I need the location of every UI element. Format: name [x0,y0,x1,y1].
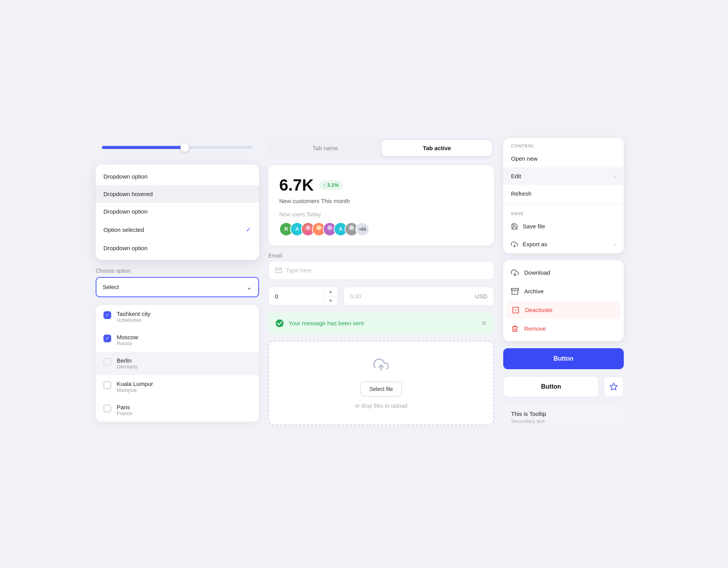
action-menu: Download Archive Deactivate [503,260,624,341]
select-group: Choose option Select ⌄ [96,268,259,297]
download-item[interactable]: Download [503,263,624,282]
edit-item[interactable]: Edit › [503,167,624,185]
stats-sub-label: New users Today [279,211,483,217]
refresh-item[interactable]: Refresh [503,185,624,202]
control-section-label: CONTROL [503,138,624,150]
checklist-item-moscow[interactable]: ✓ Moscow Russia [96,328,259,352]
email-placeholder: Type here [286,267,312,273]
chevron-down-icon: ⌄ [246,283,252,291]
checklist-item-berlin[interactable]: Berlin Germany [96,352,259,375]
secondary-button-row: Button [503,376,624,397]
dropdown-panel: Dropdown option Dropdown hovered Dropdow… [96,165,259,260]
svg-point-2 [317,225,321,230]
open-new-item[interactable]: Open new [503,150,624,167]
increment-button[interactable]: ▲ [324,287,338,296]
tabs-row: Tab name Tab active [268,138,494,158]
select-label: Choose option [96,268,259,274]
email-icon [275,267,282,274]
svg-marker-17 [610,383,617,389]
select-placeholder: Select [103,284,119,290]
column-1: Dropdown option Dropdown hovered Dropdow… [96,138,259,430]
slider-thumb[interactable] [180,143,189,152]
avatars-row: R A A +65 [279,222,483,236]
trash-icon [511,325,519,333]
deactivate-icon [512,306,520,314]
success-message: Your message has been sent [289,320,364,326]
remove-item[interactable]: Remove [503,319,624,338]
number-row: 0 ▲ ▼ 0.00 USD [268,287,494,306]
checkbox-tashkent[interactable]: ✓ [103,311,111,319]
star-icon [609,382,618,391]
stats-value: 6.7K [279,176,314,195]
dropdown-item-selected[interactable]: Option selected ✓ [96,220,259,239]
svg-point-7 [347,231,356,236]
svg-point-9 [276,319,284,327]
country-moscow: Russia [117,340,138,346]
star-button[interactable] [604,377,624,397]
deactivate-item[interactable]: Deactivate [506,302,621,319]
avatar-more: +65 [355,222,369,236]
success-left: Your message has been sent [275,319,364,328]
city-berlin: Berlin [117,357,137,364]
country-paris: France [117,410,132,416]
decrement-button[interactable]: ▼ [324,296,338,305]
tooltip-title: This is Tooltip [511,410,616,417]
currency-placeholder: 0.00 [350,293,361,300]
edit-chevron-icon: › [614,173,616,179]
success-banner: Your message has been sent ✕ [268,313,494,334]
checkbox-berlin[interactable] [103,358,111,366]
checkbox-moscow[interactable]: ✓ [103,335,111,342]
city-paris: Paris [117,404,132,410]
stats-card: 6.7K ↑ 3.1% New customers This month New… [268,165,494,245]
select-box[interactable]: Select ⌄ [96,277,259,297]
save-section-label: SAVE [503,206,624,217]
slider-track[interactable] [102,146,253,149]
number-value: 0 [269,288,324,305]
archive-item[interactable]: Archive [503,282,624,301]
email-input[interactable]: Type here [268,261,494,280]
svg-point-6 [349,225,354,230]
slider-fill [102,146,185,149]
dropdown-item-hovered[interactable]: Dropdown hovered [96,185,259,203]
column-3: CONTROL Open new Edit › Refresh SAVE [503,138,624,430]
export-as-item[interactable]: Export as › [503,235,624,253]
email-label: Email [268,252,494,259]
export-chevron-icon: › [614,241,616,247]
checklist-item-tashkent[interactable]: ✓ Tashkent city Uzbekistan [96,305,259,328]
dropdown-item-1[interactable]: Dropdown option [96,168,259,185]
checklist-item-paris[interactable]: Paris France [96,398,259,422]
stats-top: 6.7K ↑ 3.1% [279,176,483,195]
svg-point-4 [327,225,332,230]
select-file-button[interactable]: Select file [360,382,402,396]
save-file-item[interactable]: Save file [503,217,624,235]
dropdown-item-3[interactable]: Dropdown option [96,203,259,220]
main-container: Dropdown option Dropdown hovered Dropdow… [96,138,632,430]
column-2: Tab name Tab active 6.7K ↑ 3.1% New cust… [268,138,494,430]
tab-name[interactable]: Tab name [270,140,380,156]
number-arrows: ▲ ▼ [324,287,338,305]
tooltip-box: This is Tooltip Secondary text [503,404,624,430]
success-icon [275,319,284,328]
currency-box[interactable]: 0.00 USD [343,287,494,306]
context-menu: CONTROL Open new Edit › Refresh SAVE [503,138,624,253]
stats-badge: ↑ 3.1% [319,180,343,190]
close-button[interactable]: ✕ [481,319,487,328]
city-tashkent: Tashkent city [117,310,150,317]
export-icon [511,241,518,248]
svg-point-3 [314,231,323,236]
primary-button[interactable]: Button [503,348,624,369]
tab-active[interactable]: Tab active [382,140,492,156]
svg-point-0 [306,225,310,230]
currency-label: USD [475,293,487,300]
upload-zone[interactable]: Select file or drop files to upload [268,341,494,425]
checklist-item-kl[interactable]: Kuala Lumpur Malaysia [96,375,259,398]
upload-hint: or drop files to upload [355,403,408,409]
secondary-button[interactable]: Button [503,376,599,397]
checkbox-paris[interactable] [103,405,111,412]
checkbox-kl[interactable] [103,381,111,389]
dropdown-item-5[interactable]: Dropdown option [96,239,259,257]
city-moscow: Moscow [117,334,138,340]
check-icon: ✓ [246,226,251,234]
number-input[interactable]: 0 ▲ ▼ [268,287,338,306]
svg-rect-13 [511,288,518,290]
